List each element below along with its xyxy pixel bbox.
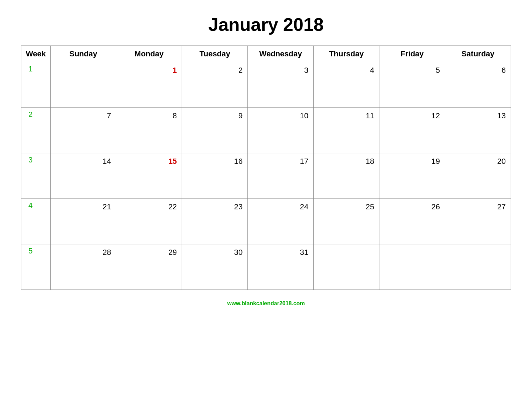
day-cell: 15 <box>116 153 182 199</box>
day-number: 24 <box>251 201 310 211</box>
calendar-table: WeekSundayMondayTuesdayWednesdayThursday… <box>21 46 511 290</box>
column-header-tuesday: Tuesday <box>182 46 248 62</box>
day-cell: 12 <box>379 108 445 153</box>
day-cell: 8 <box>116 108 182 153</box>
day-number: 25 <box>316 201 376 211</box>
day-cell: 14 <box>50 153 116 199</box>
day-number: 30 <box>185 246 245 257</box>
day-cell <box>50 62 116 108</box>
day-cell: 11 <box>314 108 379 153</box>
column-header-thursday: Thursday <box>314 46 379 62</box>
day-cell: 13 <box>445 108 511 153</box>
day-cell: 16 <box>182 153 248 199</box>
day-number: 14 <box>54 155 113 166</box>
day-cell <box>445 244 511 290</box>
day-cell: 26 <box>379 199 445 244</box>
day-number: 13 <box>448 110 508 120</box>
day-number: 8 <box>119 110 179 120</box>
day-number: 2 <box>185 64 245 75</box>
day-number: 29 <box>119 246 179 257</box>
day-number: 6 <box>448 64 508 75</box>
week-number-cell: 2 <box>21 108 51 153</box>
week-number-cell: 3 <box>21 153 51 199</box>
day-cell: 7 <box>50 108 116 153</box>
day-number: 10 <box>251 110 310 120</box>
day-number: 1 <box>119 64 179 75</box>
day-number: 17 <box>251 155 310 166</box>
week-number: 5 <box>24 244 33 255</box>
day-cell: 24 <box>248 199 314 244</box>
day-cell: 2 <box>182 62 248 108</box>
day-cell: 18 <box>314 153 379 199</box>
day-cell: 30 <box>182 244 248 290</box>
day-cell: 10 <box>248 108 314 153</box>
day-number: 22 <box>119 201 179 211</box>
column-header-friday: Friday <box>379 46 445 62</box>
day-number: 15 <box>119 155 179 166</box>
week-number: 1 <box>24 62 33 73</box>
day-cell: 21 <box>50 199 116 244</box>
week-number-cell: 1 <box>21 62 51 108</box>
column-header-monday: Monday <box>116 46 182 62</box>
day-number: 28 <box>54 246 113 257</box>
day-number: 9 <box>185 110 245 120</box>
day-number: 21 <box>54 201 113 211</box>
day-number: 11 <box>316 110 376 120</box>
day-cell: 27 <box>445 199 511 244</box>
day-number: 23 <box>185 201 245 211</box>
day-number: 12 <box>382 110 442 120</box>
day-cell: 17 <box>248 153 314 199</box>
day-cell: 4 <box>314 62 379 108</box>
day-cell: 25 <box>314 199 379 244</box>
table-row: 528293031 <box>21 244 511 290</box>
day-number: 27 <box>448 201 508 211</box>
week-number: 2 <box>24 107 33 119</box>
day-number: 3 <box>251 64 310 75</box>
footer-link[interactable]: www.blankcalendar2018.com <box>227 300 305 307</box>
column-header-wednesday: Wednesday <box>248 46 314 62</box>
column-header-saturday: Saturday <box>445 46 511 62</box>
column-header-week: Week <box>21 46 51 62</box>
day-cell: 23 <box>182 199 248 244</box>
table-row: 1123456 <box>21 62 511 108</box>
day-number: 31 <box>251 246 310 257</box>
day-cell: 29 <box>116 244 182 290</box>
day-number: 5 <box>382 64 442 75</box>
day-cell: 5 <box>379 62 445 108</box>
day-number: 4 <box>316 64 376 75</box>
day-cell: 1 <box>116 62 182 108</box>
day-cell: 20 <box>445 153 511 199</box>
day-number: 18 <box>316 155 376 166</box>
day-number: 20 <box>448 155 508 166</box>
day-cell <box>314 244 379 290</box>
day-number: 19 <box>382 155 442 166</box>
day-number: 7 <box>54 110 113 120</box>
week-number: 4 <box>24 198 33 210</box>
table-row: 421222324252627 <box>21 199 511 244</box>
week-number-cell: 4 <box>21 199 51 244</box>
day-cell <box>379 244 445 290</box>
day-cell: 19 <box>379 153 445 199</box>
day-cell: 9 <box>182 108 248 153</box>
week-number: 3 <box>24 153 33 164</box>
day-cell: 31 <box>248 244 314 290</box>
day-number: 26 <box>382 201 442 211</box>
day-cell: 28 <box>50 244 116 290</box>
page-title: January 2018 <box>208 14 324 35</box>
column-header-sunday: Sunday <box>50 46 116 62</box>
day-cell: 6 <box>445 62 511 108</box>
table-row: 278910111213 <box>21 108 511 153</box>
day-cell: 3 <box>248 62 314 108</box>
day-cell: 22 <box>116 199 182 244</box>
week-number-cell: 5 <box>21 244 51 290</box>
table-row: 314151617181920 <box>21 153 511 199</box>
day-number: 16 <box>185 155 245 166</box>
